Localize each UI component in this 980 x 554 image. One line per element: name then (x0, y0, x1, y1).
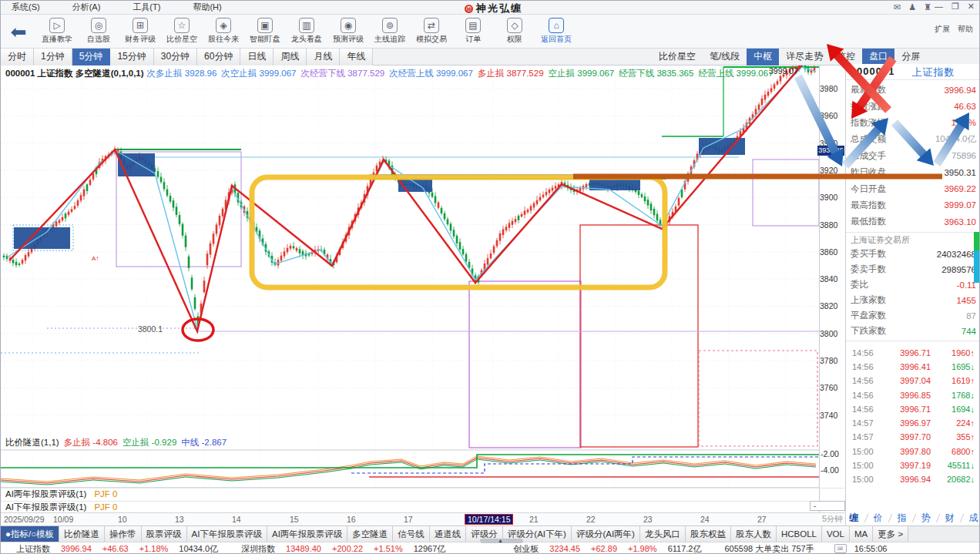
indicator-tab-操作带[interactable]: 操作带 (105, 526, 142, 542)
maximize-button[interactable]: ❐ (951, 2, 959, 12)
period-tab-1分钟[interactable]: 1分钟 (34, 49, 72, 65)
view-tab-比价星空[interactable]: 比价星空 (652, 49, 703, 65)
panel-mini-tab-价[interactable]: 价 (874, 512, 883, 525)
y-axis-label: 3840 (820, 274, 843, 284)
view-tab-中枢[interactable]: 中枢 (747, 49, 779, 65)
status-item: 深圳指数 (241, 543, 275, 554)
message-envelope-icon[interactable]: ✉ (834, 544, 847, 553)
period-tab-年线[interactable]: 年线 (340, 49, 373, 65)
period-tab-日线[interactable]: 日线 (240, 49, 274, 65)
view-tab-笔/线段[interactable]: 笔/线段 (703, 49, 747, 65)
toolbar-item-orders[interactable]: ▤订单 (452, 18, 494, 45)
quote-row: 最低指数3963.10 (846, 213, 980, 230)
tick-volume: 1694↓ (951, 405, 975, 414)
status-item: 10434.0亿 (179, 543, 218, 554)
panel-mini-tab-成[interactable]: 成 (969, 512, 978, 525)
panel-mini-tab-势[interactable]: 势 (921, 512, 931, 525)
indicator-tab-多空隧道[interactable]: 多空隧道 (347, 526, 393, 542)
period-tab-5分钟[interactable]: 5分钟 (72, 49, 111, 65)
indicator-tab-AI下年报股票评级[interactable]: AI下年报股票评级 (187, 526, 267, 542)
toolbar-item-leader-watch[interactable]: ▥龙头看盘 (286, 18, 327, 45)
period-tab-分时[interactable]: 分时 (1, 49, 34, 65)
indicator-tab-信号线[interactable]: 信号线 (393, 526, 430, 542)
queue-row-label: 委卖手数 (851, 264, 886, 275)
tick-volume: 1768↓ (951, 391, 975, 400)
link-help[interactable]: 帮助 (958, 24, 973, 35)
period-tab-60分钟[interactable]: 60分钟 (197, 49, 240, 65)
view-tab-分屏[interactable]: 分屏 (894, 49, 927, 65)
menubar-item[interactable]: 系统(S) (12, 2, 40, 13)
tick-time: 14:57 (852, 432, 881, 442)
mail-icon[interactable]: ✉ (894, 2, 901, 12)
indicator-tab-股东人数[interactable]: 股东人数 (731, 526, 777, 542)
menubar-item[interactable]: 工具(T) (133, 2, 160, 13)
period-tab-30分钟[interactable]: 30分钟 (154, 49, 197, 65)
queue-row-value: 1455 (956, 296, 976, 305)
toolbar-item-forecast-rating[interactable]: ◉预测评级 (327, 18, 369, 45)
indicator-tab-比价隧道[interactable]: 比价隧道 (59, 526, 105, 542)
indicator-tab-AI两年报股票评级[interactable]: AI两年报股票评级 (267, 526, 347, 542)
y-axis-label: 3740 (820, 411, 843, 420)
stock-name[interactable]: 上证指数 (911, 65, 955, 78)
toolbar-item-smart-monitor[interactable]: ▣智能盯盘 (244, 18, 286, 45)
toolbar-item-mainline-tracking[interactable]: ⊚主线追踪 (369, 18, 411, 45)
indicator-tab-HCBOLL[interactable]: HCBOLL (777, 526, 822, 542)
indicator-tab-龙头风口[interactable]: 龙头风口 (640, 526, 686, 542)
axis-zoom-box[interactable]: - (810, 501, 845, 511)
queue-row: 下跌家数744 (846, 324, 980, 339)
menubar-item[interactable]: 分析(A) (72, 2, 101, 13)
toolbar-item-label: 直播教学 (36, 34, 78, 45)
smart-monitor-icon: ▣ (257, 18, 273, 33)
toolbar-item-stock-history[interactable]: ◈股往今来 (203, 18, 244, 45)
tick-volume: 1695↓ (951, 362, 975, 371)
indicator-tab-股票评级[interactable]: 股票评级 (142, 526, 187, 542)
view-tab-监控[interactable]: 监控 (830, 49, 862, 65)
indicator-tab-指标模板[interactable]: ●指标/○模板 (1, 526, 59, 542)
y-axis-label: 3800 (820, 329, 843, 338)
queue-row: 平盘家数87 (846, 308, 980, 324)
indicator-tab-更多[interactable]: 更多 > (873, 526, 908, 542)
tick-volume: 20682↓ (947, 475, 975, 484)
sim-trading-icon: ⇄ (424, 18, 439, 33)
x-axis-label: 21 (529, 515, 539, 524)
queue-row-value: 744 (962, 327, 976, 336)
panel-mini-tab-指[interactable]: 指 (898, 512, 907, 525)
main-chart[interactable]: 3999.073800.1A↑ (1, 65, 819, 525)
toolbar-item-permission[interactable]: ◇权限 (494, 18, 535, 45)
toolbar-item-finance-rating[interactable]: ⊞财务评级 (119, 18, 161, 45)
period-tab-月线[interactable]: 月线 (307, 49, 340, 65)
minimize-button[interactable]: — (935, 2, 943, 12)
header-code-name: 000001 上证指数 多空隧道(0,1,0,1) (5, 69, 144, 78)
view-tab-详尽走势[interactable]: 详尽走势 (779, 49, 830, 65)
back-button[interactable]: ⬅ (1, 16, 36, 47)
indicator-tab-通道线[interactable]: 通道线 (430, 526, 467, 542)
period-tab-15分钟[interactable]: 15分钟 (110, 49, 153, 65)
tick-volume: 6800↑ (951, 447, 975, 456)
menubar-item[interactable]: 帮助(H) (193, 2, 221, 13)
queue-row: 委比-0.11 (846, 277, 980, 293)
period-tab-周线[interactable]: 周线 (274, 49, 307, 65)
link-extend[interactable]: 扩展 (935, 24, 950, 35)
tick-list: 14:563996.711960↑14:563996.411695↓14:563… (846, 346, 980, 487)
indicator-tab-评级分AI两年[interactable]: 评级分(AI两年) (572, 526, 640, 542)
toolbar-item-label: 返回首页 (535, 34, 577, 45)
toolbar-item-price-starsky[interactable]: ☆比价星空 (161, 18, 203, 45)
app-window: 系统(S)分析(A)工具(T)帮助(H) 神 神光弘缠 ✉♟♜ —❐✕ ⬅ ▷直… (0, 0, 980, 554)
toolbar-item-live-teaching[interactable]: ▷直播教学 (36, 18, 78, 45)
tick-time: 14:56 (852, 405, 881, 414)
toolbar-item-watchlist[interactable]: ◎自选股 (78, 18, 119, 45)
panel-mini-tab-财[interactable]: 财 (945, 512, 955, 525)
indicator-tab-VOL[interactable]: VOL (822, 526, 850, 542)
tick-time: 14:56 (852, 391, 881, 400)
window-buttons: —❐✕ (935, 2, 975, 12)
close-button[interactable]: ✕ (968, 2, 975, 12)
view-tab-盘口[interactable]: 盘口 (862, 49, 894, 65)
user-icon[interactable]: ♟ (908, 2, 916, 12)
indicator-tab-股东权益[interactable]: 股东权益 (686, 526, 731, 542)
indicator-tab-MA[interactable]: MA (850, 526, 873, 542)
toolbar-item-sim-trading[interactable]: ⇄模拟交易 (411, 18, 452, 45)
toolbar-item-home[interactable]: ⌂返回首页 (535, 18, 577, 45)
member-icon[interactable]: ♜ (924, 2, 931, 12)
panel-mini-tab-缠[interactable]: 缠 (850, 512, 859, 525)
y-axis-label: 3920 (820, 166, 843, 175)
